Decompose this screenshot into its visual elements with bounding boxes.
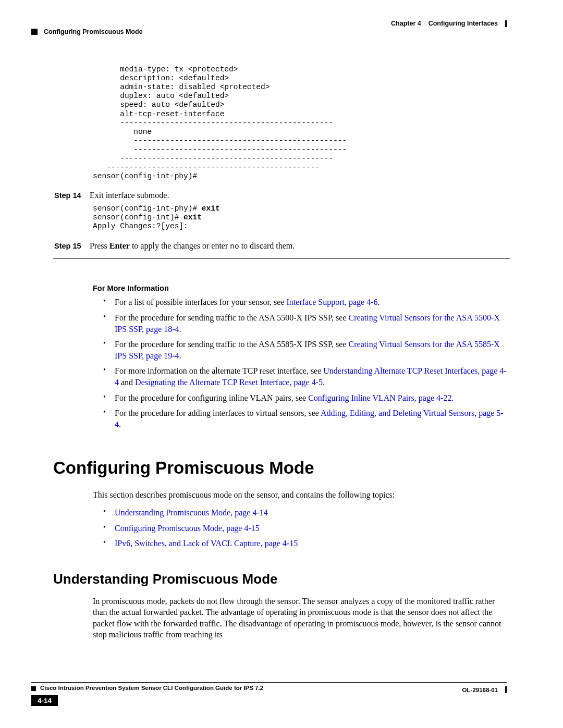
xref-link[interactable]: Understanding Promiscuous Mode, page 4-1…: [115, 508, 268, 517]
topic-list: Understanding Promiscuous Mode, page 4-1…: [103, 507, 507, 549]
xref-link[interactable]: Configuring Inline VLAN Pairs, page 4-22: [308, 393, 451, 402]
doc-id-row: OL-29168-01: [462, 686, 507, 693]
list-item: For a list of possible interfaces for yo…: [103, 297, 507, 308]
xref-link[interactable]: IPv6, Switches, and Lack of VACL Capture…: [115, 539, 298, 548]
cli-example-step14: sensor(config-int-phy)# exit sensor(conf…: [93, 204, 507, 231]
xref-link[interactable]: Designating the Alternate TCP Reset Inte…: [135, 378, 323, 387]
body-paragraph: In promiscuous mode, packets do not flow…: [93, 596, 507, 640]
cli-no: no: [230, 242, 239, 251]
cli-cmd: exit: [202, 204, 220, 213]
more-info-list: For a list of possible interfaces for yo…: [103, 297, 507, 430]
chapter-title: Configuring Interfaces: [429, 20, 498, 27]
list-item: For more information on the alternate TC…: [103, 365, 507, 388]
step-label: Step 15: [54, 242, 82, 250]
xref-link[interactable]: Configuring Promiscuous Mode, page 4-15: [115, 524, 260, 533]
cli-prompt: sensor(config-int-phy)#: [93, 204, 202, 213]
header-bullet-icon: [31, 29, 38, 35]
xref-link[interactable]: Interface Support, page 4-6: [287, 298, 378, 306]
guide-title: Cisco Intrusion Prevention System Sensor…: [40, 685, 263, 691]
list-item: For the procedure for sending traffic to…: [103, 312, 507, 335]
cli-prompt: sensor(config-int)#: [93, 213, 183, 221]
page-number-box: 4-14: [31, 695, 58, 706]
list-item: Understanding Promiscuous Mode, page 4-1…: [103, 507, 507, 519]
step-body: Press Enter to apply the changes or ente…: [90, 241, 507, 252]
section-intro: This section describes promiscuous mode …: [93, 489, 507, 501]
chapter-label: Chapter 4: [391, 20, 421, 27]
doc-id: OL-29168-01: [462, 687, 498, 693]
list-item: For the procedure for sending traffic to…: [103, 339, 507, 361]
cli-cmd: exit: [183, 213, 202, 221]
footer-bar: [505, 686, 507, 693]
step-15: Step 15 Press Enter to apply the changes…: [54, 241, 507, 252]
running-header-left: Configuring Promiscuous Mode: [31, 28, 143, 35]
step-label: Step 14: [54, 191, 82, 200]
cli-output-pre: media-type: tx <protected> description: …: [93, 65, 507, 181]
page-footer: Cisco Intrusion Prevention System Sensor…: [31, 682, 507, 706]
section-header-left: Configuring Promiscuous Mode: [44, 28, 143, 35]
step-body: Exit interface submode.: [90, 190, 507, 201]
more-info-heading: For More Information: [93, 284, 507, 292]
h2-understanding-promiscuous: Understanding Promiscuous Mode: [53, 571, 507, 587]
list-item: For the procedure for adding interfaces …: [103, 408, 507, 430]
page-number: 4-14: [31, 695, 58, 706]
list-item: IPv6, Switches, and Lack of VACL Capture…: [103, 538, 507, 549]
step-14: Step 14 Exit interface submode.: [54, 190, 507, 201]
list-item: For the procedure for configuring inline…: [103, 392, 507, 404]
header-bar: [505, 20, 507, 27]
section-rule: [53, 258, 510, 259]
running-header-right: Chapter 4 Configuring Interfaces: [391, 20, 507, 27]
h1-configuring-promiscuous: Configuring Promiscuous Mode: [53, 458, 507, 478]
list-item: Configuring Promiscuous Mode, page 4-15: [103, 523, 507, 534]
cli-apply: Apply Changes:?[yes]:: [93, 222, 188, 230]
footer-rule: [31, 682, 507, 683]
key-enter: Enter: [109, 241, 130, 250]
footer-bullet-icon: [31, 686, 36, 691]
